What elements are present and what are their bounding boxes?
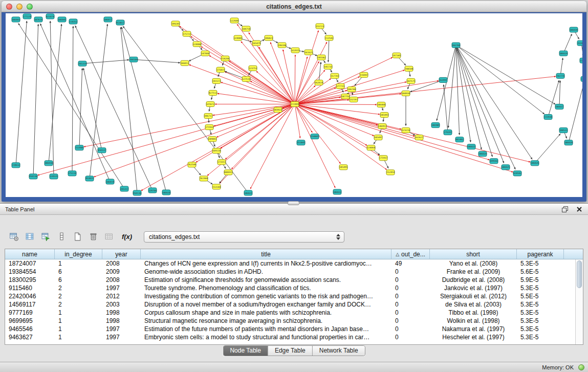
graph-node[interactable]: 981402 (455, 137, 464, 142)
graph-node[interactable]: 109542 (490, 159, 498, 164)
graph-node[interactable]: 186029 (559, 51, 568, 56)
graph-node[interactable]: 175737 (183, 31, 191, 36)
graph-node[interactable]: 165479 (252, 40, 261, 46)
tab-edge-table[interactable]: Edge Table (268, 346, 313, 356)
tab-node-table[interactable]: Node Table (223, 346, 268, 356)
graph-edge[interactable] (250, 81, 295, 104)
graph-edge[interactable] (221, 82, 295, 104)
graph-node[interactable]: 185497 (374, 135, 383, 140)
graph-edge[interactable] (18, 24, 124, 189)
graph-edge[interactable] (295, 104, 300, 138)
graph-edge[interactable] (295, 76, 556, 104)
graph-node[interactable]: 322015 (291, 48, 300, 53)
graph-node[interactable]: 153144 (212, 184, 221, 189)
table-row[interactable]: 969969511998Structural magnetic resonanc… (5, 317, 583, 325)
graph-node[interactable]: 175110 (68, 171, 77, 176)
graph-node[interactable]: 114352 (69, 19, 78, 24)
graph-node[interactable]: 084437 (224, 170, 233, 175)
graph-edge[interactable] (569, 83, 582, 143)
graph-edge[interactable] (49, 24, 61, 163)
graph-edge[interactable] (141, 104, 295, 190)
graph-node[interactable]: 186018 (45, 161, 53, 166)
graph-edge[interactable] (563, 34, 572, 53)
graph-node[interactable]: 185493 (380, 113, 389, 118)
graph-edge[interactable] (33, 24, 38, 177)
graph-edge[interactable] (319, 62, 321, 82)
graph-node[interactable]: 106748 (347, 86, 356, 92)
graph-node[interactable]: 177715 (336, 83, 345, 89)
column-header-out_de[interactable]: △out_de... (391, 249, 430, 259)
graph-node[interactable]: 325672 (206, 101, 215, 106)
table-settings-icon[interactable] (7, 231, 21, 243)
graph-node[interactable]: 186022 (333, 189, 342, 194)
graph-node[interactable]: 186989 (431, 123, 440, 128)
graph-edge[interactable] (437, 45, 456, 121)
graph-edge[interactable] (229, 61, 295, 104)
graph-node[interactable]: 186030 (570, 27, 578, 32)
graph-node[interactable]: 154204 (221, 56, 230, 61)
graph-node[interactable]: 127514 (242, 76, 251, 81)
graph-node[interactable]: 205317 (120, 186, 129, 191)
graph-edge[interactable] (79, 68, 82, 147)
graph-node[interactable]: 195582 (317, 55, 326, 60)
graph-edge[interactable] (456, 45, 532, 159)
graph-node[interactable]: 108523 (559, 128, 568, 133)
graph-node[interactable]: 184930 (402, 91, 410, 96)
graph-node[interactable]: 175815 (216, 67, 225, 72)
graph-node[interactable]: 115938 (544, 115, 553, 120)
graph-node[interactable]: 147004 (201, 51, 210, 56)
graph-edge[interactable] (216, 104, 295, 137)
graph-edge[interactable] (456, 45, 504, 163)
graph-node[interactable]: 123216 (402, 128, 410, 133)
graph-edge[interactable] (295, 104, 415, 136)
graph-node[interactable]: 110544 (580, 58, 582, 63)
graph-edge[interactable] (295, 79, 331, 104)
edit-table-icon[interactable] (39, 231, 53, 243)
graph-edge[interactable] (72, 26, 73, 173)
graph-node[interactable]: 197345 (393, 53, 401, 58)
graph-node[interactable]: 224064 (367, 145, 376, 150)
graph-edge[interactable] (295, 104, 513, 172)
graph-node[interactable]: 206509 (129, 57, 138, 62)
graph-node[interactable]: 761944 (200, 176, 208, 181)
graph-node[interactable]: 224085 (234, 35, 243, 40)
import-table-icon[interactable] (102, 231, 116, 243)
column-header-in_degree[interactable]: in_degree (55, 249, 102, 259)
graph-node[interactable]: 112543 (325, 35, 334, 40)
graph-node[interactable]: 179197 (444, 130, 452, 135)
graph-node[interactable]: 187614 (34, 17, 43, 22)
graph-edge[interactable] (559, 80, 560, 106)
graph-node[interactable]: 306717 (204, 114, 213, 119)
column-header-title[interactable]: title (141, 249, 391, 259)
graph-node[interactable]: 186024 (478, 151, 487, 157)
table-row[interactable]: 946362711997Embryonic stem cells: a mode… (5, 333, 583, 341)
graph-edge[interactable] (535, 134, 560, 163)
graph-node[interactable]: 186027 (555, 104, 564, 109)
graph-node[interactable]: 186045 (58, 17, 67, 22)
graph-node[interactable]: 186043 (12, 17, 20, 22)
table-vertical-scrollbar[interactable] (575, 259, 583, 344)
graph-node[interactable]: 172409 (291, 101, 299, 106)
graph-node[interactable]: 187754 (341, 94, 350, 99)
table-row[interactable]: 1456911722003Disruption of a novel membe… (5, 300, 583, 309)
graph-edge[interactable] (84, 104, 295, 146)
graph-edge[interactable] (189, 64, 295, 104)
graph-edge[interactable] (295, 104, 377, 104)
graph-node[interactable]: 950136 (133, 190, 142, 195)
graph-edge[interactable] (456, 45, 545, 114)
table-row[interactable]: 946554611997Estimation of the future num… (5, 325, 583, 333)
graph-node[interactable]: 161627 (415, 135, 424, 140)
float-panel-icon[interactable] (561, 206, 569, 213)
graph-node[interactable]: 123753 (249, 65, 257, 71)
graph-edge[interactable] (456, 45, 482, 149)
rows-icon[interactable] (55, 231, 69, 243)
graph-node[interactable]: 186017 (104, 17, 113, 22)
table-row[interactable]: 911546021997Tourette syndrome. Phenomeno… (5, 284, 583, 292)
graph-edge[interactable] (121, 27, 166, 192)
graph-node[interactable]: 166013 (181, 60, 189, 65)
tab-network-table[interactable]: Network Table (313, 346, 365, 356)
graph-node[interactable]: 191573 (212, 78, 221, 83)
graph-node[interactable]: 748508 (405, 66, 413, 71)
minimize-button[interactable] (16, 4, 23, 10)
table-row[interactable]: 1830029562008Estimation of significance … (5, 276, 583, 284)
